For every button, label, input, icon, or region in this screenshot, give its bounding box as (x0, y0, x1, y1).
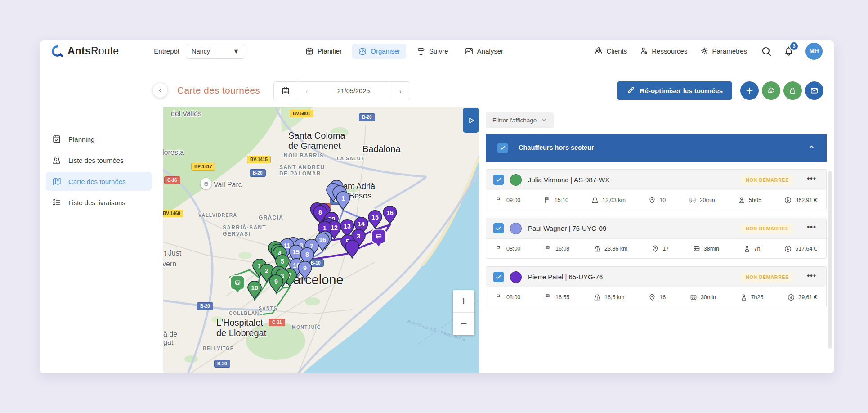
chevron-left-icon (157, 87, 163, 94)
map-pin-10[interactable]: 10 (247, 280, 262, 300)
search-icon[interactable] (761, 45, 772, 57)
driver-checkbox[interactable] (493, 175, 504, 185)
stat-cost: 39,61 € (787, 293, 817, 301)
driver-card-header[interactable]: Paul Wagner | 76-UYG-09NON DEMARREE••• (486, 218, 826, 238)
flag-icon (495, 293, 503, 301)
svg-text:8: 8 (318, 209, 322, 216)
more-options-button[interactable]: ••• (804, 174, 819, 186)
warehouse-select[interactable]: Nancy ▼ (186, 44, 245, 59)
flag-check-icon (544, 293, 552, 301)
stat-end-time: 16:55 (544, 293, 569, 301)
road-shield: BV-5001 (290, 110, 313, 117)
triangle-right-icon (466, 116, 475, 125)
svg-text:16: 16 (319, 236, 326, 243)
group-checkbox[interactable] (497, 143, 508, 153)
page: AntsRoute Entrepôt Nancy ▼ PlanifierOrga… (0, 0, 868, 413)
user-avatar[interactable]: MH (805, 43, 823, 60)
map-panel-toggle-button[interactable] (463, 108, 479, 133)
svg-text:15: 15 (292, 248, 300, 256)
nav-tab-organiser[interactable]: Organiser (352, 44, 406, 59)
sidebar-item-checklist[interactable]: Liste des livraisons (46, 193, 152, 212)
sidebar-item-label: Liste des livraisons (68, 199, 125, 206)
road-shield: BP-1417 (191, 163, 215, 171)
zoom-out-button[interactable]: − (453, 313, 474, 335)
depot-marker[interactable] (231, 276, 244, 296)
sidebar-collapse-button[interactable] (153, 83, 167, 98)
van-icon (689, 293, 698, 301)
nav-tab-analyser[interactable]: Analyser (459, 44, 509, 59)
stat-value: 23,86 km (604, 246, 627, 252)
sidebar-item-label: Planning (68, 135, 94, 143)
svg-text:8: 8 (305, 251, 309, 258)
nav-tab-planifier[interactable]: Planifier (299, 44, 348, 59)
driver-stats-row: 09:0015:1012,03 km1020min5h05362,91 € (486, 190, 826, 210)
nav-item-ressources[interactable]: Ressources (640, 44, 687, 58)
map-pin-1[interactable]: 1 (336, 191, 351, 211)
map-label: Badalona (362, 144, 401, 154)
flag-icon (495, 245, 503, 253)
stat-value: 15:10 (555, 197, 568, 203)
driver-card: Paul Wagner | 76-UYG-09NON DEMARREE•••08… (486, 218, 827, 259)
driver-checkbox[interactable] (493, 223, 504, 233)
notifications-bell-icon[interactable]: 3 (783, 45, 795, 57)
sidebar-item-map[interactable]: Carte des tournées (46, 172, 152, 191)
lock-button[interactable] (783, 81, 802, 100)
warehouse-value: Nancy (192, 48, 210, 55)
sidebar-item-planning[interactable]: Planning (46, 130, 152, 148)
export-cloud-button[interactable] (762, 81, 780, 100)
status-badge: NON DEMARREE (741, 224, 793, 233)
nav-item-label: Paramètres (712, 47, 747, 55)
nav-tab-suivre[interactable]: Suivre (411, 44, 454, 59)
filter-display-button[interactable]: Filtrer l'affichage (486, 112, 554, 128)
zoom-in-button[interactable]: + (453, 290, 474, 313)
drivers-group-header[interactable]: Chauffeurs hors secteur (486, 134, 827, 162)
checklist-icon (52, 198, 62, 207)
panel-scrollbar[interactable] (828, 171, 832, 349)
map-label: t Just (164, 249, 181, 257)
person-gear-icon (640, 46, 649, 56)
stat-start-time: 08:00 (495, 245, 520, 253)
svg-text:15: 15 (371, 214, 379, 221)
map-pin-16[interactable]: 16 (382, 205, 398, 225)
add-button[interactable] (740, 81, 759, 100)
map-pin-15[interactable]: 15 (367, 210, 383, 229)
mail-button[interactable] (805, 81, 823, 100)
stat-value: 16,5 km (604, 294, 624, 301)
more-options-button[interactable]: ••• (804, 271, 819, 283)
map-label: loresta (163, 148, 184, 157)
antsroute-logo: AntsRoute (51, 45, 119, 57)
map-pin[interactable] (345, 239, 360, 259)
chevron-up-icon[interactable] (808, 144, 815, 152)
svg-text:1: 1 (341, 195, 345, 202)
driver-card-header[interactable]: Julia Virmond | AS-987-WXNON DEMARREE••• (486, 170, 826, 190)
map-pin-9[interactable]: 9 (268, 274, 284, 294)
driver-card-header[interactable]: Pierre Patel | 65-UYG-76NON DEMARREE••• (486, 267, 826, 287)
pin-icon (648, 196, 656, 204)
map-label: VALLVIDRERA (198, 212, 237, 218)
driver-color-dot (510, 271, 522, 283)
map-pin-9[interactable]: 9 (297, 260, 313, 280)
previous-day-button[interactable]: ‹ (297, 82, 316, 100)
top-navbar: AntsRoute Entrepôt Nancy ▼ PlanifierOrga… (40, 40, 834, 62)
calendar-icon[interactable] (274, 82, 297, 100)
nav-item-clients[interactable]: Clients (594, 44, 627, 58)
depot-marker[interactable] (372, 230, 385, 250)
driver-checkbox[interactable] (493, 272, 504, 282)
routes-map[interactable]: + − del VallèslorestaSanta Colomade Gram… (163, 107, 479, 373)
stat-value: 7h (754, 246, 761, 252)
person-icon (743, 245, 751, 253)
more-options-button[interactable]: ••• (804, 223, 819, 234)
map-label: NOU BARRIS (284, 153, 324, 159)
status-badge: NON DEMARREE (741, 175, 793, 185)
stat-value: 39,61 € (798, 294, 817, 301)
nav-tab-label: Suivre (429, 47, 448, 55)
notification-badge: 3 (789, 41, 799, 51)
calendar-icon (305, 47, 314, 56)
nav-item-paramètres[interactable]: Paramètres (700, 44, 747, 58)
driver-color-dot (510, 174, 522, 186)
next-day-button[interactable]: › (391, 82, 410, 100)
road-shield: BV-1415 (247, 156, 271, 163)
check-icon (499, 144, 506, 151)
reoptimize-button[interactable]: Ré-optimiser les tournées (617, 81, 732, 100)
sidebar-item-road[interactable]: Liste des tournées (46, 151, 152, 170)
